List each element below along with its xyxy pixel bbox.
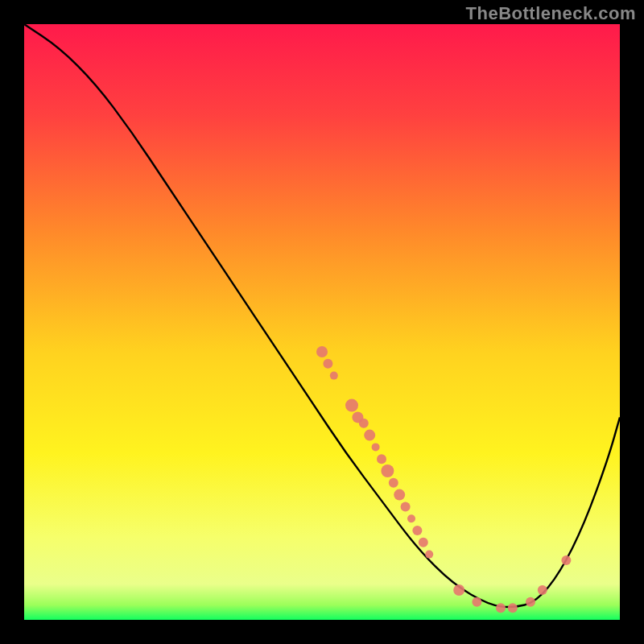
data-point — [472, 597, 481, 607]
data-point — [372, 443, 380, 451]
data-point — [496, 603, 506, 613]
data-point — [526, 597, 535, 607]
data-point — [561, 555, 571, 565]
data-point — [425, 551, 433, 559]
data-point — [323, 359, 332, 369]
data-point — [453, 584, 464, 596]
data-point — [345, 399, 358, 412]
data-point — [316, 346, 328, 357]
data-point — [538, 585, 547, 595]
data-point — [364, 430, 375, 441]
bottleneck-curve-chart — [24, 24, 620, 620]
attribution-label: TheBottleneck.com — [466, 3, 636, 24]
heatmap-background — [24, 24, 620, 620]
data-point — [359, 419, 369, 428]
data-point — [377, 454, 386, 464]
data-point — [394, 489, 405, 501]
data-point — [419, 538, 428, 547]
data-point — [508, 603, 518, 613]
data-point — [381, 464, 394, 477]
chart-frame: TheBottleneck.com — [0, 0, 644, 644]
data-point — [401, 502, 411, 511]
data-point — [389, 478, 398, 488]
data-point — [412, 526, 422, 535]
data-point — [330, 372, 338, 380]
data-point — [407, 514, 415, 522]
